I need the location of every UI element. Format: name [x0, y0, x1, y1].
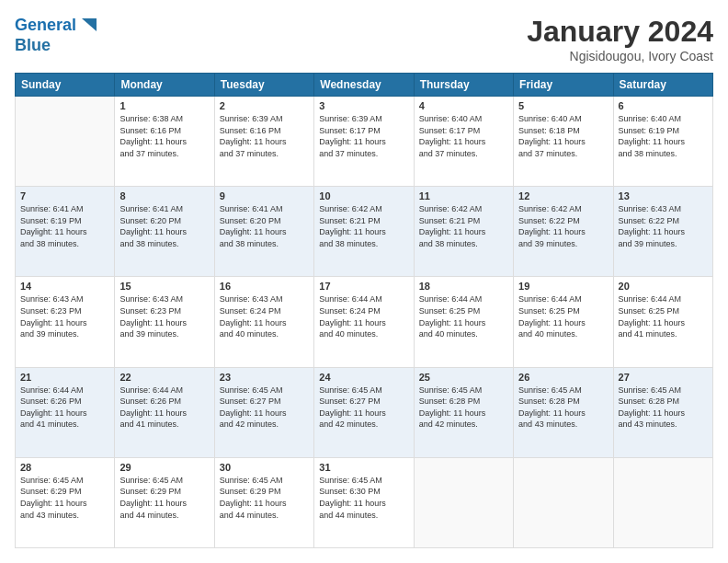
col-tuesday: Tuesday	[214, 74, 313, 97]
calendar-cell: 17Sunrise: 6:44 AM Sunset: 6:24 PM Dayli…	[314, 277, 414, 367]
day-number: 28	[20, 462, 109, 473]
day-info: Sunrise: 6:45 AM Sunset: 6:29 PM Dayligh…	[20, 475, 109, 521]
calendar-cell: 19Sunrise: 6:44 AM Sunset: 6:25 PM Dayli…	[514, 277, 613, 367]
week-row-5: 28Sunrise: 6:45 AM Sunset: 6:29 PM Dayli…	[16, 457, 713, 547]
day-info: Sunrise: 6:43 AM Sunset: 6:24 PM Dayligh…	[220, 293, 309, 339]
calendar-cell: 27Sunrise: 6:45 AM Sunset: 6:28 PM Dayli…	[613, 367, 712, 457]
day-number: 26	[518, 372, 608, 383]
calendar-cell: 23Sunrise: 6:45 AM Sunset: 6:27 PM Dayli…	[214, 367, 313, 457]
day-number: 11	[419, 190, 508, 201]
calendar-cell: 25Sunrise: 6:45 AM Sunset: 6:28 PM Dayli…	[414, 367, 513, 457]
day-info: Sunrise: 6:45 AM Sunset: 6:30 PM Dayligh…	[319, 475, 408, 521]
day-info: Sunrise: 6:41 AM Sunset: 6:19 PM Dayligh…	[20, 203, 109, 249]
calendar-cell: 8Sunrise: 6:41 AM Sunset: 6:20 PM Daylig…	[115, 187, 214, 277]
day-info: Sunrise: 6:45 AM Sunset: 6:28 PM Dayligh…	[419, 385, 508, 431]
calendar-cell	[16, 97, 115, 187]
day-number: 12	[518, 190, 608, 201]
day-info: Sunrise: 6:45 AM Sunset: 6:28 PM Dayligh…	[619, 385, 708, 431]
calendar-cell: 13Sunrise: 6:43 AM Sunset: 6:22 PM Dayli…	[613, 187, 712, 277]
day-info: Sunrise: 6:40 AM Sunset: 6:17 PM Dayligh…	[419, 113, 508, 159]
day-info: Sunrise: 6:44 AM Sunset: 6:25 PM Dayligh…	[518, 293, 608, 339]
col-saturday: Saturday	[613, 74, 712, 97]
svg-marker-0	[82, 18, 97, 31]
day-number: 9	[220, 190, 309, 201]
day-info: Sunrise: 6:44 AM Sunset: 6:26 PM Dayligh…	[20, 385, 109, 431]
main-title: January 2024	[527, 15, 713, 49]
calendar-cell: 22Sunrise: 6:44 AM Sunset: 6:26 PM Dayli…	[115, 367, 214, 457]
day-info: Sunrise: 6:39 AM Sunset: 6:17 PM Dayligh…	[319, 113, 408, 159]
day-info: Sunrise: 6:43 AM Sunset: 6:23 PM Dayligh…	[119, 293, 209, 339]
day-info: Sunrise: 6:44 AM Sunset: 6:24 PM Dayligh…	[319, 293, 408, 339]
day-info: Sunrise: 6:41 AM Sunset: 6:20 PM Dayligh…	[220, 203, 309, 249]
day-number: 13	[619, 190, 708, 201]
col-thursday: Thursday	[414, 74, 513, 97]
calendar-cell: 26Sunrise: 6:45 AM Sunset: 6:28 PM Dayli…	[514, 367, 613, 457]
day-info: Sunrise: 6:44 AM Sunset: 6:25 PM Dayligh…	[619, 293, 708, 339]
col-friday: Friday	[514, 74, 613, 97]
calendar-cell: 24Sunrise: 6:45 AM Sunset: 6:27 PM Dayli…	[314, 367, 414, 457]
day-number: 30	[220, 462, 309, 473]
calendar-cell: 3Sunrise: 6:39 AM Sunset: 6:17 PM Daylig…	[314, 97, 414, 187]
calendar-cell: 1Sunrise: 6:38 AM Sunset: 6:16 PM Daylig…	[115, 97, 214, 187]
day-number: 16	[220, 281, 309, 292]
day-info: Sunrise: 6:45 AM Sunset: 6:28 PM Dayligh…	[518, 385, 608, 431]
calendar-cell: 30Sunrise: 6:45 AM Sunset: 6:29 PM Dayli…	[214, 457, 313, 547]
title-block: January 2024 Ngisidougou, Ivory Coast	[527, 15, 713, 63]
day-info: Sunrise: 6:44 AM Sunset: 6:25 PM Dayligh…	[419, 293, 508, 339]
day-number: 24	[319, 372, 408, 383]
day-info: Sunrise: 6:45 AM Sunset: 6:27 PM Dayligh…	[220, 385, 309, 431]
calendar-cell: 28Sunrise: 6:45 AM Sunset: 6:29 PM Dayli…	[16, 457, 115, 547]
calendar-cell: 4Sunrise: 6:40 AM Sunset: 6:17 PM Daylig…	[414, 97, 513, 187]
header-row: Sunday Monday Tuesday Wednesday Thursday…	[16, 74, 713, 97]
day-number: 2	[220, 100, 309, 111]
calendar-cell: 7Sunrise: 6:41 AM Sunset: 6:19 PM Daylig…	[16, 187, 115, 277]
day-info: Sunrise: 6:40 AM Sunset: 6:19 PM Dayligh…	[619, 113, 708, 159]
calendar-cell: 20Sunrise: 6:44 AM Sunset: 6:25 PM Dayli…	[613, 277, 712, 367]
day-number: 7	[20, 190, 109, 201]
day-info: Sunrise: 6:43 AM Sunset: 6:22 PM Dayligh…	[619, 203, 708, 249]
day-number: 23	[220, 372, 309, 383]
week-row-4: 21Sunrise: 6:44 AM Sunset: 6:26 PM Dayli…	[16, 367, 713, 457]
day-number: 19	[518, 281, 608, 292]
calendar-cell: 16Sunrise: 6:43 AM Sunset: 6:24 PM Dayli…	[214, 277, 313, 367]
day-number: 20	[619, 281, 708, 292]
day-number: 6	[619, 100, 708, 111]
logo-text-line2: Blue	[15, 37, 100, 55]
day-number: 8	[119, 190, 209, 201]
calendar-cell: 11Sunrise: 6:42 AM Sunset: 6:21 PM Dayli…	[414, 187, 513, 277]
day-info: Sunrise: 6:38 AM Sunset: 6:16 PM Dayligh…	[119, 113, 209, 159]
day-number: 27	[619, 372, 708, 383]
day-number: 15	[119, 281, 209, 292]
calendar-cell: 14Sunrise: 6:43 AM Sunset: 6:23 PM Dayli…	[16, 277, 115, 367]
day-number: 5	[518, 100, 608, 111]
day-number: 4	[419, 100, 508, 111]
day-info: Sunrise: 6:42 AM Sunset: 6:21 PM Dayligh…	[319, 203, 408, 249]
subtitle: Ngisidougou, Ivory Coast	[527, 49, 713, 63]
calendar-cell	[414, 457, 513, 547]
day-info: Sunrise: 6:45 AM Sunset: 6:27 PM Dayligh…	[319, 385, 408, 431]
logo-text-line1: General	[15, 17, 76, 35]
day-number: 29	[119, 462, 209, 473]
day-number: 25	[419, 372, 508, 383]
day-number: 22	[119, 372, 209, 383]
logo-icon	[78, 15, 100, 37]
calendar-cell: 21Sunrise: 6:44 AM Sunset: 6:26 PM Dayli…	[16, 367, 115, 457]
calendar-cell: 10Sunrise: 6:42 AM Sunset: 6:21 PM Dayli…	[314, 187, 414, 277]
day-number: 31	[319, 462, 408, 473]
day-info: Sunrise: 6:43 AM Sunset: 6:23 PM Dayligh…	[20, 293, 109, 339]
calendar: Sunday Monday Tuesday Wednesday Thursday…	[15, 73, 713, 548]
day-info: Sunrise: 6:45 AM Sunset: 6:29 PM Dayligh…	[220, 475, 309, 521]
calendar-cell: 5Sunrise: 6:40 AM Sunset: 6:18 PM Daylig…	[514, 97, 613, 187]
day-info: Sunrise: 6:41 AM Sunset: 6:20 PM Dayligh…	[119, 203, 209, 249]
day-number: 3	[319, 100, 408, 111]
calendar-cell	[613, 457, 712, 547]
day-number: 17	[319, 281, 408, 292]
calendar-cell: 29Sunrise: 6:45 AM Sunset: 6:29 PM Dayli…	[115, 457, 214, 547]
day-number: 18	[419, 281, 508, 292]
week-row-2: 7Sunrise: 6:41 AM Sunset: 6:19 PM Daylig…	[16, 187, 713, 277]
calendar-cell: 2Sunrise: 6:39 AM Sunset: 6:16 PM Daylig…	[214, 97, 313, 187]
calendar-cell: 31Sunrise: 6:45 AM Sunset: 6:30 PM Dayli…	[314, 457, 414, 547]
page: General Blue January 2024 Ngisidougou, I…	[0, 0, 728, 563]
day-info: Sunrise: 6:44 AM Sunset: 6:26 PM Dayligh…	[119, 385, 209, 431]
col-wednesday: Wednesday	[314, 74, 414, 97]
